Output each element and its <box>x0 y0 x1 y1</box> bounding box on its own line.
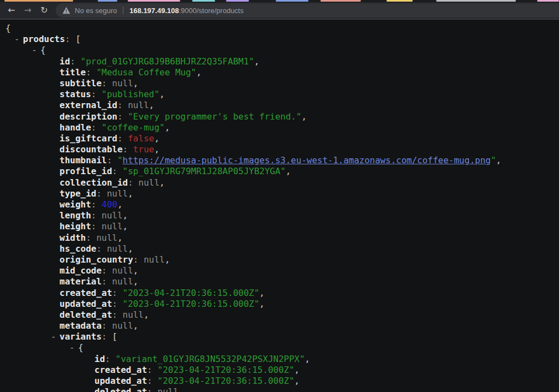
json-line: material: null, <box>0 276 559 287</box>
json-token-c: : <box>102 320 112 331</box>
json-token-n: null <box>128 100 149 110</box>
json-token-b: true <box>133 144 154 155</box>
tab-color-indicator[interactable] <box>4 0 73 2</box>
json-token-c: : <box>86 233 96 243</box>
json-line: external_id: null, <box>0 100 559 111</box>
security-status-text[interactable]: No es seguro <box>75 7 117 15</box>
json-token-c: : <box>96 188 106 199</box>
json-token-c: : <box>105 354 115 364</box>
json-token-p: , <box>149 100 154 110</box>
json-token-b: false <box>128 133 154 144</box>
json-line: origin_country: null, <box>0 254 559 265</box>
json-token-c: : <box>147 376 157 386</box>
json-token-c: : <box>133 254 144 265</box>
back-icon[interactable]: ← <box>3 2 20 19</box>
browser-window: ← → ↻ No es seguro 168.197.49.108:9000/s… <box>0 0 559 392</box>
collapse-toggle-icon[interactable]: - <box>69 342 78 353</box>
json-line: updated_at: "2023-04-21T20:36:15.000Z", <box>0 376 559 387</box>
tab-color-indicator[interactable] <box>537 0 559 2</box>
thumbnail-link[interactable]: https://medusa-public-images.s3.eu-west-… <box>123 155 491 165</box>
json-token-k: description <box>60 111 117 122</box>
json-token-s: "Medusa Coffee Mug" <box>96 67 196 78</box>
json-token-p: [ <box>75 34 81 44</box>
json-token-c: : <box>128 177 138 188</box>
json-token-k: height <box>60 221 91 231</box>
json-token-p: , <box>117 233 123 243</box>
json-line: description: "Every programmer's best fr… <box>0 111 559 122</box>
tab-color-indicator[interactable] <box>276 0 308 2</box>
url-path[interactable]: :9000/store/products <box>179 7 244 15</box>
json-token-p: , <box>133 78 139 88</box>
json-token-p: , <box>254 56 259 67</box>
json-token-n: null <box>139 177 160 188</box>
address-bar[interactable]: No es seguro 168.197.49.108:9000/store/p… <box>56 3 559 17</box>
collapse-toggle-icon[interactable]: - <box>14 34 23 45</box>
json-token-k: length <box>60 210 91 221</box>
json-token-k: hs_code <box>60 243 96 254</box>
json-token-p: , <box>144 310 149 320</box>
json-token-p: [ <box>112 331 117 342</box>
json-token-c: : <box>117 133 128 144</box>
json-token-k: handle <box>60 122 91 133</box>
json-line: -products: [ <box>0 34 559 45</box>
tab-color-indicator[interactable] <box>98 0 117 2</box>
json-token-s: "coffee-mug" <box>102 122 165 133</box>
forward-icon[interactable]: → <box>20 2 36 19</box>
json-token-c: : <box>147 387 157 392</box>
json-token-c: : <box>112 288 122 298</box>
omnibox-divider <box>123 7 123 14</box>
json-line: hs_code: null, <box>0 243 559 254</box>
json-line: -{ <box>0 45 559 56</box>
json-token-p: { <box>5 23 11 33</box>
json-line: weight: 400, <box>0 199 559 210</box>
json-token-k: mid_code <box>60 265 102 276</box>
collapse-toggle-icon[interactable]: - <box>51 331 60 342</box>
tab-color-indicator[interactable] <box>226 0 249 2</box>
json-token-p: , <box>165 122 170 133</box>
json-line: -variants: [ <box>0 331 559 342</box>
json-token-n: null <box>112 78 133 88</box>
json-token-k: variants <box>60 331 102 342</box>
tab-color-indicator[interactable] <box>320 0 361 2</box>
json-token-n: null <box>112 320 133 331</box>
json-line: title: "Medusa Coffee Mug", <box>0 67 559 78</box>
tab-strip[interactable] <box>0 0 559 2</box>
json-token-s: "2023-04-21T20:36:15.000Z" <box>158 376 294 386</box>
json-token-c: : <box>102 276 112 287</box>
json-token-p: , <box>133 320 139 331</box>
json-token-k: created_at <box>60 288 112 298</box>
json-line: status: "published", <box>0 89 559 100</box>
json-line: discountable: true, <box>0 144 559 155</box>
json-line: metadata: null, <box>0 320 559 331</box>
json-token-k: external_id <box>60 100 117 110</box>
url-host[interactable]: 168.197.49.108 <box>129 7 179 15</box>
json-token-p: , <box>196 67 201 78</box>
json-token-c: : <box>147 365 157 375</box>
collapse-toggle-icon[interactable]: - <box>32 45 40 56</box>
json-line: handle: "coffee-mug", <box>0 122 559 133</box>
tab-color-indicator[interactable] <box>128 0 180 2</box>
json-token-p: , <box>133 265 139 276</box>
json-token-p: , <box>159 89 165 99</box>
tab-color-indicator[interactable] <box>436 0 516 2</box>
json-token-p: , <box>259 299 265 309</box>
warning-triangle-icon[interactable] <box>62 7 70 14</box>
json-token-p: , <box>128 243 133 254</box>
json-token-s: " <box>491 155 496 165</box>
json-token-k: collection_id <box>60 177 128 188</box>
json-token-p: , <box>259 288 265 298</box>
tab-color-indicator[interactable] <box>386 0 413 2</box>
json-line: type_id: null, <box>0 188 559 199</box>
reload-icon[interactable]: ↻ <box>36 2 52 19</box>
json-token-c: : <box>112 299 122 309</box>
json-token-c: : <box>117 111 128 122</box>
json-token-k: deleted_at <box>60 310 112 320</box>
tab-color-indicator[interactable] <box>192 0 215 2</box>
json-line: thumbnail: "https://medusa-public-images… <box>0 155 559 166</box>
json-line: updated_at: "2023-04-21T20:36:15.000Z", <box>0 299 559 310</box>
json-token-k: created_at <box>94 365 147 375</box>
json-token-c: : <box>65 34 75 44</box>
json-token-p: , <box>286 166 291 176</box>
json-token-c: : <box>123 144 133 155</box>
json-token-k: id <box>60 56 70 67</box>
